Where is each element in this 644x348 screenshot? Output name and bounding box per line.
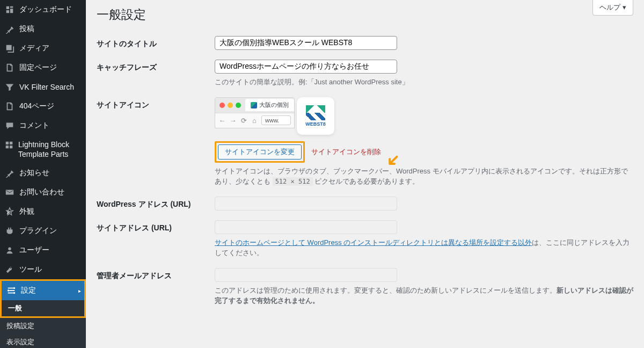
forward-icon: → — [229, 117, 237, 125]
submenu-writing[interactable]: 投稿設定 — [0, 318, 86, 334]
svg-rect-2 — [9, 290, 14, 291]
page-icon — [4, 62, 15, 73]
submenu-reading[interactable]: 表示設定 — [0, 334, 86, 348]
comment-icon — [4, 120, 15, 131]
tools-icon — [4, 264, 15, 275]
sidebar-item-label: お知らせ — [19, 168, 49, 178]
sidebar-item-label: メディア — [19, 44, 49, 53]
label-tagline: キャッチフレーズ — [97, 60, 215, 88]
sidebar-item-label: 投稿 — [19, 24, 34, 34]
favicon-preview-large: WEBST8 — [297, 97, 334, 135]
submenu-general[interactable]: 一般 — [2, 300, 84, 316]
mail-icon — [4, 187, 15, 198]
svg-rect-1 — [8, 288, 13, 289]
sidebar-item-label: プラグイン — [19, 226, 57, 236]
settings-icon — [6, 285, 17, 296]
desc-site-url: サイトのホームページとして WordPress のインストールディレクトリとは異… — [215, 237, 633, 258]
input-site-url[interactable] — [215, 220, 397, 234]
sidebar-item-users[interactable]: ユーザー — [0, 241, 86, 260]
sidebar-item-posts[interactable]: 投稿 — [0, 19, 86, 39]
main-content: ヘルプ ▾ 一般設定 サイトのタイトル キャッチフレーズ このサイトの簡単な説明… — [86, 0, 644, 348]
plugin-icon — [4, 226, 15, 236]
sidebar-item-media[interactable]: メディア — [0, 39, 86, 58]
label-wp-url: WordPress アドレス (URL) — [97, 197, 215, 211]
favicon-mini-icon — [251, 102, 257, 108]
sidebar-item-comments[interactable]: コメント — [0, 116, 86, 135]
chevron-right-icon: ▸ — [78, 288, 81, 294]
sidebar-item-label: 設定 — [21, 286, 36, 295]
media-icon — [4, 43, 15, 54]
sidebar-item-label: ダッシュボード — [19, 5, 72, 15]
sidebar-item-vkfilter[interactable]: VK Filter Search — [0, 77, 86, 97]
sidebar-item-404[interactable]: 404ページ — [0, 97, 86, 116]
sidebar-item-label: お問い合わせ — [19, 187, 64, 197]
pin-icon — [4, 24, 15, 34]
input-wp-url[interactable] — [215, 197, 397, 211]
sidebar-item-news[interactable]: お知らせ — [0, 163, 86, 183]
page-title: 一般設定 — [97, 0, 633, 25]
back-icon: ← — [218, 117, 226, 125]
reload-icon: ⟳ — [240, 117, 247, 125]
input-site-title[interactable] — [215, 36, 397, 50]
sidebar-item-appearance[interactable]: 外観 — [0, 202, 86, 221]
svg-point-5 — [8, 290, 10, 292]
browser-preview: 大阪の個別 ← → ⟳ ⌂ www. — [215, 97, 295, 128]
admin-sidebar: ダッシュボード 投稿 メディア 固定ページ VK Filter Search 4… — [0, 0, 86, 348]
svg-point-0 — [8, 248, 11, 250]
appearance-icon — [4, 206, 15, 217]
sidebar-item-tools[interactable]: ツール — [0, 260, 86, 279]
label-site-title: サイトのタイトル — [97, 36, 215, 50]
tab-title: 大阪の個別 — [259, 101, 289, 109]
desc-admin-email: このアドレスは管理のために使用されます。変更すると、確認のため新しいアドレスにメ… — [215, 285, 633, 306]
sidebar-item-lightning[interactable]: Lightning Block Template Parts — [0, 135, 86, 163]
label-site-icon: サイトアイコン — [97, 97, 215, 187]
label-site-url: サイトアドレス (URL) — [97, 220, 215, 258]
settings-submenu: 一般 — [2, 300, 84, 316]
sidebar-item-label: ツール — [19, 265, 42, 274]
sidebar-item-label: ユーザー — [19, 245, 49, 255]
sidebar-item-dashboard[interactable]: ダッシュボード — [0, 0, 86, 19]
svg-point-4 — [13, 287, 16, 289]
label-admin-email: 管理者メールアドレス — [97, 268, 215, 306]
favicon-brand-text: WEBST8 — [305, 121, 326, 127]
traffic-lights — [215, 103, 245, 108]
site-url-help-link[interactable]: サイトのホームページとして WordPress のインストールディレクトリとは異… — [215, 238, 532, 247]
highlight-settings-menu: 設定 ▸ 一般 — [0, 279, 86, 318]
desc-site-icon: サイトアイコンは、ブラウザのタブ、ブックマークバー、WordPress モバイル… — [215, 166, 633, 187]
input-admin-email[interactable] — [215, 268, 397, 282]
sidebar-item-label: VK Filter Search — [19, 83, 74, 91]
user-icon — [4, 245, 15, 256]
sidebar-item-contact[interactable]: お問い合わせ — [0, 183, 86, 202]
desc-tagline: このサイトの簡単な説明。例:「Just another WordPress si… — [215, 77, 633, 88]
block-icon — [4, 140, 14, 150]
browser-tab: 大阪の個別 — [245, 99, 294, 111]
sidebar-item-pages[interactable]: 固定ページ — [0, 58, 86, 77]
svg-point-6 — [13, 292, 16, 294]
sidebar-item-label: 固定ページ — [19, 63, 57, 73]
page-icon — [4, 101, 15, 112]
filter-icon — [4, 82, 15, 92]
sidebar-item-settings[interactable]: 設定 ▸ — [2, 281, 84, 300]
sidebar-item-label: 外観 — [19, 207, 34, 216]
pin-icon — [4, 168, 15, 178]
url-bar: www. — [261, 115, 291, 125]
svg-rect-3 — [8, 293, 13, 294]
input-tagline[interactable] — [215, 60, 397, 74]
sidebar-item-label: Lightning Block Template Parts — [18, 140, 82, 159]
home-icon: ⌂ — [251, 117, 258, 125]
settings-submenu-cont: 投稿設定 表示設定 — [0, 318, 86, 348]
remove-site-icon-link[interactable]: サイトアイコンを削除 — [311, 148, 381, 156]
sidebar-item-label: 404ページ — [19, 102, 54, 111]
sidebar-item-plugins[interactable]: プラグイン — [0, 221, 86, 241]
dims-code: 512 × 512 — [273, 177, 313, 186]
highlight-change-icon: サイトアイコンを変更 — [215, 141, 305, 163]
favicon-logo-icon — [306, 105, 325, 120]
sidebar-item-label: コメント — [19, 121, 49, 130]
help-tab[interactable]: ヘルプ ▾ — [592, 0, 633, 16]
dashboard-icon — [4, 4, 15, 15]
change-site-icon-button[interactable]: サイトアイコンを変更 — [218, 144, 302, 160]
